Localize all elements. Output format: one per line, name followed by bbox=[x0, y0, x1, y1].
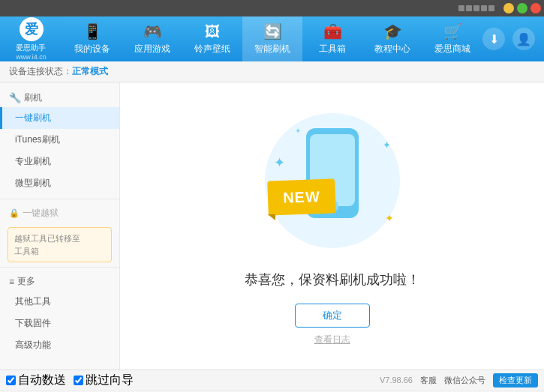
flash-section-icon: 🔧 bbox=[9, 92, 21, 103]
header: 爱 爱思助手 www.i4.cn 📱 我的设备 🎮 应用游戏 🖼 铃声壁纸 🔄 … bbox=[0, 16, 544, 61]
wizard-label: 跳过向导 bbox=[86, 373, 134, 388]
sidebar-item-micro-flash[interactable]: 微型刷机 bbox=[0, 172, 119, 194]
bottom-bar: 自动数送 跳过向导 V7.98.66 客服 微信公众号 检查更新 📱 iPhon… bbox=[0, 370, 544, 392]
flash-section-label: 刷机 bbox=[24, 91, 42, 104]
dot-5 bbox=[488, 5, 494, 11]
nav-tools[interactable]: 🧰 工具箱 bbox=[302, 16, 362, 61]
success-message: 恭喜您，保资料刷机成功啦！ bbox=[245, 271, 420, 289]
success-illustration: NEW ✦ ✦ ✦ ✦ bbox=[257, 106, 407, 256]
wechat-link[interactable]: 微信公众号 bbox=[444, 375, 485, 386]
sidebar-item-download-firmware[interactable]: 下载固件 bbox=[0, 313, 119, 334]
titlebar-dots bbox=[458, 5, 494, 11]
dot-4 bbox=[481, 5, 487, 11]
dot-1 bbox=[458, 5, 464, 11]
wallpaper-label: 铃声壁纸 bbox=[194, 43, 230, 55]
new-label: NEW bbox=[282, 188, 320, 207]
header-right: ⬇ 👤 bbox=[482, 28, 544, 50]
sidebar: 🔧 刷机 一键刷机 iTunes刷机 专业刷机 微型刷机 🔒 一键越狱 越狱工具… bbox=[0, 82, 120, 370]
confirm-button[interactable]: 确定 bbox=[295, 304, 370, 328]
auto-start-checkbox[interactable] bbox=[6, 376, 16, 385]
wizard-checkbox-label[interactable]: 跳过向导 bbox=[74, 373, 134, 388]
update-button[interactable]: 检查更新 bbox=[493, 373, 538, 388]
retry-link[interactable]: 查看日志 bbox=[314, 334, 350, 346]
nav-apps-games[interactable]: 🎮 应用游戏 bbox=[122, 16, 182, 61]
tutorials-label: 教程中心 bbox=[374, 43, 410, 55]
dot-2 bbox=[466, 5, 472, 11]
sidebar-item-one-click-flash[interactable]: 一键刷机 bbox=[0, 107, 119, 129]
version-text: V7.98.66 bbox=[380, 376, 413, 385]
maximize-button[interactable] bbox=[517, 3, 527, 13]
more-section-icon: ≡ bbox=[9, 277, 14, 287]
profile-button[interactable]: 👤 bbox=[512, 28, 535, 50]
brand-name: 爱思助手 www.i4.cn bbox=[16, 43, 47, 61]
banner-tail bbox=[268, 214, 275, 220]
checkbox-row: 自动数送 跳过向导 V7.98.66 客服 微信公众号 检查更新 bbox=[0, 370, 544, 391]
nav-wallpaper[interactable]: 🖼 铃声壁纸 bbox=[182, 16, 242, 61]
status-value: 正常模式 bbox=[72, 65, 108, 78]
smart-flash-icon: 🔄 bbox=[263, 22, 282, 40]
nav-items: 📱 我的设备 🎮 应用游戏 🖼 铃声壁纸 🔄 智能刷机 🧰 工具箱 🎓 教程中心… bbox=[62, 16, 482, 61]
nav-tutorials[interactable]: 🎓 教程中心 bbox=[362, 16, 422, 61]
titlebar bbox=[0, 0, 544, 16]
checkboxes-area: 自动数送 跳过向导 bbox=[6, 373, 134, 388]
new-banner: NEW bbox=[267, 178, 336, 215]
new-banner-wrapper: NEW bbox=[268, 180, 335, 214]
status-label: 设备连接状态： bbox=[9, 65, 72, 78]
download-button[interactable]: ⬇ bbox=[482, 28, 505, 50]
sidebar-divider-2 bbox=[0, 267, 119, 268]
locked-label: 一键越狱 bbox=[23, 207, 59, 220]
sidebar-more-section: ≡ 更多 bbox=[0, 272, 119, 291]
my-device-label: 我的设备 bbox=[74, 43, 110, 55]
nav-my-device[interactable]: 📱 我的设备 bbox=[62, 16, 122, 61]
tutorials-icon: 🎓 bbox=[383, 22, 402, 40]
apps-games-icon: 🎮 bbox=[143, 22, 162, 40]
my-device-icon: 📱 bbox=[83, 22, 102, 40]
sidebar-item-pro-flash[interactable]: 专业刷机 bbox=[0, 151, 119, 172]
info-box: 越狱工具已转移至工具箱 bbox=[8, 227, 112, 262]
star-bottom-icon: ✦ bbox=[385, 212, 394, 224]
tools-icon: 🧰 bbox=[323, 22, 342, 40]
more-section-label: 更多 bbox=[17, 275, 35, 288]
service-link[interactable]: 客服 bbox=[420, 375, 437, 386]
apps-games-label: 应用游戏 bbox=[134, 43, 170, 55]
sidebar-divider-1 bbox=[0, 199, 119, 199]
smart-flash-label: 智能刷机 bbox=[254, 43, 290, 55]
sidebar-item-other-tools[interactable]: 其他工具 bbox=[0, 291, 119, 313]
sidebar-flash-section: 🔧 刷机 bbox=[0, 88, 119, 107]
main-area: 🔧 刷机 一键刷机 iTunes刷机 专业刷机 微型刷机 🔒 一键越狱 越狱工具… bbox=[0, 82, 544, 370]
star-right-icon: ✦ bbox=[383, 139, 391, 151]
star-left-icon: ✦ bbox=[274, 154, 285, 171]
logo-area: 爱 爱思助手 www.i4.cn bbox=[0, 17, 62, 61]
sidebar-item-itunes-flash[interactable]: iTunes刷机 bbox=[0, 129, 119, 151]
sidebar-locked-jailbreak: 🔒 一键越狱 bbox=[0, 204, 119, 223]
nav-shop[interactable]: 🛒 爱思商城 bbox=[422, 16, 482, 61]
lock-icon: 🔒 bbox=[9, 208, 20, 218]
dot-3 bbox=[473, 5, 479, 11]
status-bar: 设备连接状态： 正常模式 bbox=[0, 61, 544, 82]
shop-icon: 🛒 bbox=[443, 22, 462, 40]
content-area: NEW ✦ ✦ ✦ ✦ 恭喜您，保资料刷机成功啦！ 确定 查看日志 bbox=[120, 82, 544, 370]
star-top-icon: ✦ bbox=[295, 127, 301, 135]
tools-label: 工具箱 bbox=[319, 43, 346, 55]
auto-start-checkbox-label[interactable]: 自动数送 bbox=[6, 373, 66, 388]
wallpaper-icon: 🖼 bbox=[205, 23, 220, 40]
info-box-text: 越狱工具已转移至工具箱 bbox=[14, 234, 80, 256]
auto-start-label: 自动数送 bbox=[18, 373, 66, 388]
sidebar-item-advanced[interactable]: 高级功能 bbox=[0, 334, 119, 356]
close-button[interactable] bbox=[530, 3, 541, 13]
nav-smart-flash[interactable]: 🔄 智能刷机 bbox=[242, 16, 302, 61]
shop-label: 爱思商城 bbox=[434, 43, 470, 55]
logo-icon: 爱 bbox=[20, 17, 44, 41]
wizard-checkbox[interactable] bbox=[74, 376, 83, 385]
minimize-button[interactable] bbox=[503, 3, 514, 13]
